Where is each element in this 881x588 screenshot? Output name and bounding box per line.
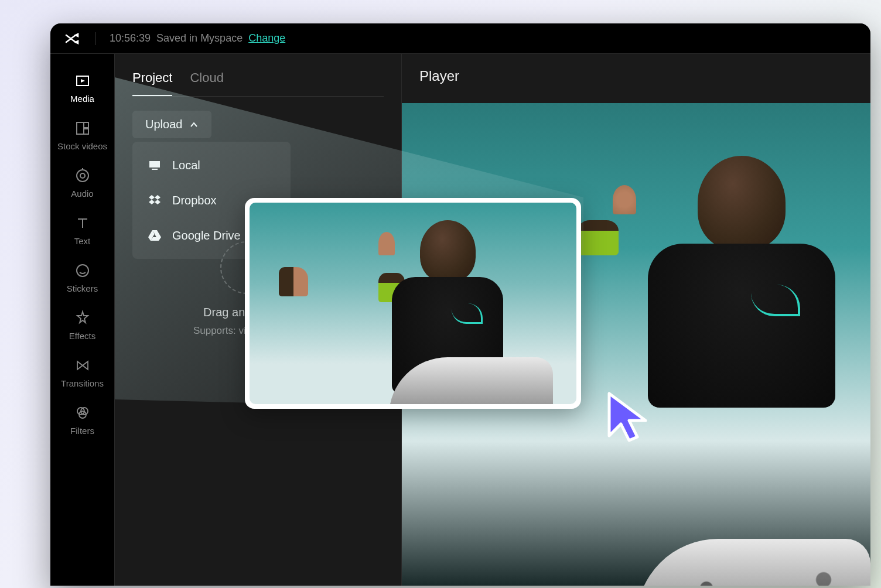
dropdown-item-label: Local [172,159,200,172]
sidebar-item-stickers[interactable]: Stickers [50,254,114,302]
sidebar-item-transitions[interactable]: Transitions [50,349,114,396]
local-icon [148,158,162,172]
svg-rect-11 [152,169,158,170]
sidebar-item-effects[interactable]: Effects [50,302,114,349]
thumbnail-image [250,203,576,404]
sidebar-item-label: Text [74,236,91,246]
stock-icon [74,120,91,136]
transitions-icon [74,357,91,374]
change-link[interactable]: Change [248,32,285,45]
sidebar-item-text[interactable]: Text [50,207,114,254]
sidebar-item-label: Audio [71,189,93,199]
sidebar-item-label: Stock videos [57,141,107,151]
player-label: Player [402,54,870,98]
background-person [613,185,636,214]
dragged-thumbnail[interactable] [245,198,581,409]
sidebar-item-label: Effects [69,331,96,341]
sidebar-item-audio[interactable]: Audio [50,159,114,207]
saved-status: Saved in Myspace [156,32,243,45]
audio-icon [74,167,91,184]
chevron-up-icon [189,120,199,129]
dropdown-item-local[interactable]: Local [132,148,291,183]
panel-tabs: Project Cloud [132,64,384,97]
svg-point-4 [77,170,88,182]
surfer-figure [642,156,841,413]
sidebar-item-label: Media [70,94,94,104]
sidebar-item-filters[interactable]: Filters [50,396,114,444]
app-logo-icon[interactable] [63,30,81,47]
upload-label: Upload [145,118,182,131]
gdrive-icon [148,228,162,242]
svg-rect-2 [84,122,88,128]
sidebar: Media Stock videos Audio Text Stickers E… [50,54,115,586]
sidebar-item-label: Transitions [61,378,104,388]
dropbox-icon [148,193,162,207]
filters-icon [74,405,91,421]
sidebar-item-label: Stickers [67,283,98,293]
svg-rect-3 [84,129,88,134]
svg-point-6 [77,265,88,276]
sidebar-item-media[interactable]: Media [50,64,114,112]
svg-point-5 [80,173,85,178]
effects-icon [74,310,91,326]
surfboard [636,539,870,586]
background-person [578,220,619,255]
media-icon [74,73,91,89]
svg-rect-10 [149,161,160,167]
tab-project[interactable]: Project [132,64,172,96]
cursor-pointer-icon [603,389,656,447]
top-bar: 10:56:39 Saved in Myspace Change [50,23,870,54]
divider [95,32,95,45]
dropdown-item-label: Dropbox [172,194,217,207]
upload-button[interactable]: Upload [132,111,211,138]
text-icon [74,215,91,231]
sidebar-item-stock[interactable]: Stock videos [50,112,114,159]
sidebar-item-label: Filters [70,426,94,436]
svg-rect-1 [77,122,84,134]
dropdown-item-label: Google Drive [172,229,241,242]
timestamp: 10:56:39 [110,32,151,45]
tab-cloud[interactable]: Cloud [190,64,223,96]
stickers-icon [74,262,91,279]
